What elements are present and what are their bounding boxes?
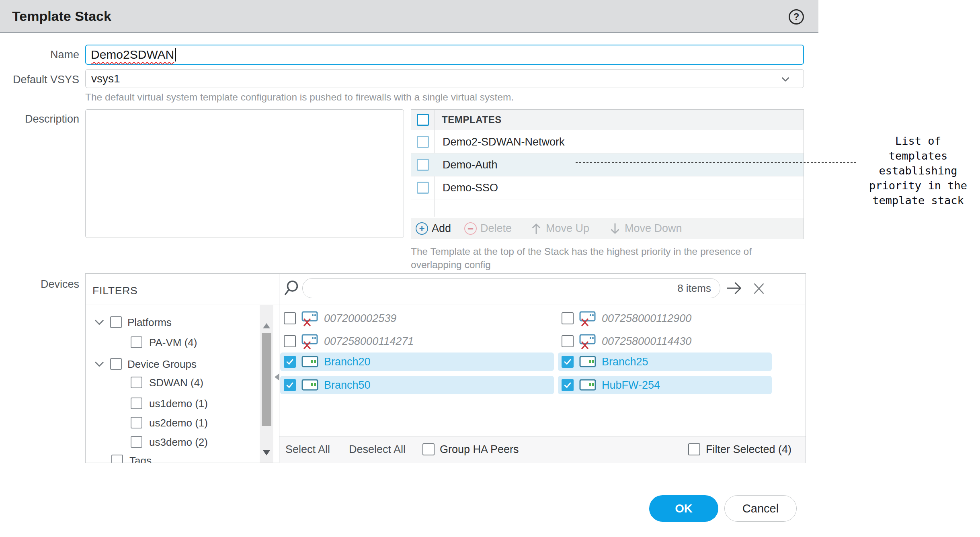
select-all-button[interactable]: Select All <box>285 443 330 456</box>
dialog-titlebar <box>0 0 818 33</box>
template-name: Demo-SSO <box>443 182 498 194</box>
filters-tree: Platforms PA-VM (4) Device Groups SDWAN … <box>86 305 279 463</box>
select-all-templates-checkbox[interactable] <box>417 114 429 126</box>
templates-toolbar: + Add − Delete Move Up Move Down <box>411 218 804 239</box>
filter-item-device-groups[interactable]: Device Groups <box>86 357 258 371</box>
filter-checkbox[interactable] <box>131 336 142 348</box>
templates-helper-line1: The Template at the top of the Stack has… <box>411 246 752 257</box>
filters-header: FILTERS <box>92 285 138 297</box>
template-checkbox[interactable] <box>417 159 429 171</box>
chevron-down-icon[interactable] <box>94 318 105 328</box>
devices-label: Devices <box>7 278 79 291</box>
scroll-down-arrow-icon[interactable] <box>263 450 270 455</box>
down-arrow-icon <box>609 222 621 235</box>
filter-item-platforms[interactable]: Platforms <box>86 316 258 329</box>
add-template-button[interactable]: + Add <box>416 218 451 239</box>
templates-column-header: TEMPLATES <box>442 114 502 125</box>
filter-checkbox[interactable] <box>131 436 142 448</box>
search-icon <box>283 279 301 297</box>
filter-checkbox[interactable] <box>131 377 142 388</box>
panel-divider-vertical <box>279 274 279 463</box>
template-name: Demo2-SDWAN-Network <box>443 136 565 148</box>
filter-item-tags[interactable]: Tags <box>86 454 258 463</box>
dialog-title: Template Stack <box>12 8 111 24</box>
device-item[interactable]: 007258000114430 <box>558 333 772 349</box>
template-stack-dialog: Template Stack ? Name Demo2SDWAN Default… <box>0 0 980 537</box>
annotation-text: List of templates establishing priority … <box>855 133 980 208</box>
default-vsys-helper: The default virtual system template conf… <box>85 92 514 103</box>
name-input[interactable]: Demo2SDWAN <box>85 45 804 65</box>
description-label: Description <box>7 113 79 125</box>
filter-item-us3demo[interactable]: us3demo (2) <box>86 435 258 449</box>
filter-checkbox[interactable] <box>131 417 142 428</box>
text-caret <box>175 48 176 61</box>
firewall-connected-icon <box>578 355 597 369</box>
firewall-connected-icon <box>301 355 319 369</box>
device-item[interactable]: 007200002539 <box>280 310 554 326</box>
firewall-disconnected-icon <box>578 310 597 326</box>
scroll-up-arrow-icon[interactable] <box>263 323 270 328</box>
device-item[interactable]: Branch25 <box>558 353 772 371</box>
chevron-down-icon[interactable] <box>94 360 105 370</box>
firewall-connected-icon <box>301 378 319 392</box>
device-checkbox[interactable] <box>284 356 296 368</box>
templates-header-row: TEMPLATES <box>411 110 804 130</box>
device-search-input[interactable]: 8 items <box>302 278 720 298</box>
default-vsys-label: Default VSYS <box>7 74 79 86</box>
description-textarea[interactable] <box>85 109 404 238</box>
device-item[interactable]: 007258000114271 <box>280 333 554 349</box>
filter-selected-label: Filter Selected (4) <box>706 443 791 456</box>
filter-checkbox[interactable] <box>110 316 122 328</box>
template-row[interactable]: Demo-SSO <box>411 176 804 199</box>
filter-checkbox[interactable] <box>131 398 142 409</box>
help-button[interactable]: ? <box>789 9 804 25</box>
template-checkbox[interactable] <box>417 182 429 194</box>
template-row[interactable]: Demo2-SDWAN-Network <box>411 131 804 154</box>
template-checkbox[interactable] <box>417 136 429 148</box>
filter-selected-checkbox[interactable] <box>688 443 700 455</box>
device-checkbox[interactable] <box>562 335 574 347</box>
minus-circle-icon: − <box>464 222 477 235</box>
cancel-button[interactable]: Cancel <box>724 495 797 522</box>
group-ha-peers-label: Group HA Peers <box>440 443 519 456</box>
name-label: Name <box>7 49 79 61</box>
filters-scrollbar[interactable] <box>260 305 273 463</box>
ok-button[interactable]: OK <box>649 495 718 522</box>
clear-search-button[interactable] <box>752 282 765 295</box>
move-up-button[interactable]: Move Up <box>530 218 589 239</box>
name-value: Demo2SDWAN <box>91 48 174 61</box>
apply-search-button[interactable] <box>726 281 743 296</box>
move-down-button[interactable]: Move Down <box>609 218 682 239</box>
delete-template-button[interactable]: − Delete <box>464 218 512 239</box>
x-icon <box>752 282 765 295</box>
right-arrow-icon <box>726 281 743 296</box>
search-result-count: 8 items <box>677 282 711 295</box>
device-checkbox[interactable] <box>562 312 574 324</box>
group-ha-peers-checkbox[interactable] <box>422 443 435 455</box>
device-item[interactable]: 007258000112900 <box>558 310 772 326</box>
panel-collapse-handle[interactable] <box>275 373 279 381</box>
device-item[interactable]: HubFW-254 <box>558 376 772 394</box>
filter-item-pa-vm[interactable]: PA-VM (4) <box>86 336 258 349</box>
device-checkbox[interactable] <box>562 356 574 368</box>
up-arrow-icon <box>530 222 542 235</box>
device-item[interactable]: Branch50 <box>280 376 554 394</box>
templates-helper-line2: overlapping config <box>411 259 491 271</box>
firewall-disconnected-icon <box>578 333 597 349</box>
chevron-down-icon <box>780 74 791 86</box>
filter-checkbox[interactable] <box>111 455 123 463</box>
filter-item-sdwan[interactable]: SDWAN (4) <box>86 376 258 389</box>
filter-checkbox[interactable] <box>110 358 122 370</box>
device-item[interactable]: Branch20 <box>280 353 554 371</box>
scrollbar-thumb[interactable] <box>262 333 271 426</box>
template-row[interactable]: Demo-Auth <box>411 154 804 176</box>
device-checkbox[interactable] <box>284 379 296 391</box>
filter-item-us2demo[interactable]: us2demo (1) <box>86 416 258 430</box>
template-name: Demo-Auth <box>443 159 498 171</box>
device-checkbox[interactable] <box>284 312 296 324</box>
deselect-all-button[interactable]: Deselect All <box>349 443 406 456</box>
device-checkbox[interactable] <box>284 335 296 347</box>
device-checkbox[interactable] <box>562 379 574 391</box>
default-vsys-select[interactable]: vsys1 <box>85 69 804 88</box>
filter-item-us1demo[interactable]: us1demo (1) <box>86 397 258 410</box>
